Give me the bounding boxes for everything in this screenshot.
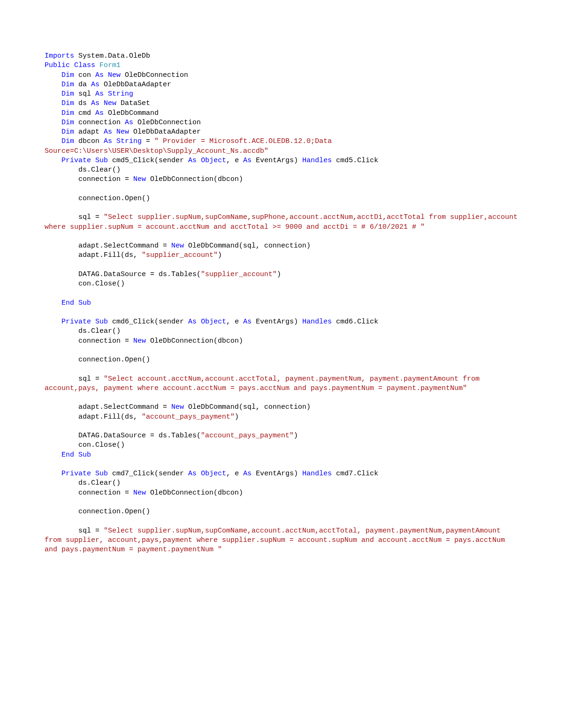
code-token: DATAG.DataSource = ds.Tables( (45, 432, 201, 440)
code-token (197, 318, 201, 326)
code-token: New (104, 99, 116, 107)
code-token: Private (61, 157, 91, 165)
code-token: New (108, 71, 121, 79)
code-token: adapt.Fill(ds, (45, 251, 142, 259)
code-token: New (116, 128, 129, 136)
code-listing: Imports System.Data.OleDb Public Class F… (45, 52, 518, 555)
code-token (45, 470, 61, 478)
code-token: Private (61, 318, 91, 326)
code-token: Dim (61, 81, 74, 89)
code-token: "account_pays_payment" (142, 413, 235, 421)
code-token (104, 90, 108, 98)
code-token: New (133, 175, 146, 183)
code-token: DATAG.DataSource = ds.Tables( (45, 270, 201, 278)
code-token: As (104, 137, 112, 145)
code-token: con.Close() (45, 280, 125, 288)
code-token (45, 137, 61, 145)
code-token: As (243, 470, 251, 478)
code-token: New (171, 242, 184, 250)
code-token: As (95, 109, 104, 117)
code-token (45, 99, 61, 107)
code-token: OleDbCommand(sql, connection) (184, 242, 311, 250)
code-token: adapt.SelectCommand = (45, 403, 171, 411)
code-token (91, 318, 95, 326)
code-token: OleDbConnection(dbcon) (146, 489, 243, 497)
code-token: Class (74, 61, 95, 69)
code-token (45, 90, 61, 98)
code-token (45, 299, 61, 307)
code-token: , e (226, 157, 243, 165)
code-token: cmd (74, 109, 95, 117)
code-token: ds.Clear() (45, 327, 121, 335)
code-token: OleDbDataAdapter (99, 81, 171, 89)
code-token: sql = (45, 213, 104, 221)
code-token: con.Close() (45, 441, 125, 449)
code-token: cmd7.Click (332, 470, 378, 478)
code-token: "Select supplier.supNum,supComName,supPh… (45, 213, 522, 231)
code-token: As (91, 99, 99, 107)
code-token: dbcon (74, 137, 104, 145)
code-token (104, 71, 108, 79)
code-token: Sub (78, 299, 91, 307)
code-token: ds (74, 99, 91, 107)
code-token (70, 61, 74, 69)
code-token: Sub (95, 157, 108, 165)
code-token (112, 128, 116, 136)
code-token: Dim (61, 137, 74, 145)
code-token: cmd5_Click(sender (108, 157, 188, 165)
code-token (45, 157, 61, 165)
code-token: OleDbCommand (104, 109, 159, 117)
code-token: connection.Open() (45, 508, 150, 516)
code-token: String (116, 137, 142, 145)
code-token: connection.Open() (45, 195, 150, 203)
code-token: da (74, 81, 91, 89)
code-token: DataSet (116, 99, 150, 107)
code-token: Object (201, 318, 226, 326)
code-token (74, 451, 78, 459)
code-token: New (171, 403, 184, 411)
code-token: As (95, 90, 104, 98)
code-token: As (243, 157, 251, 165)
code-token: "account_pays_payment" (201, 432, 294, 440)
code-token: Dim (61, 119, 74, 127)
code-token (99, 99, 104, 107)
code-token: Dim (61, 128, 74, 136)
code-token: As (91, 81, 99, 89)
code-token: As (104, 128, 112, 136)
code-token (45, 119, 61, 127)
code-token: Form1 (99, 61, 121, 69)
code-token: ) (294, 432, 298, 440)
code-token: , e (226, 470, 243, 478)
code-token: con (74, 71, 95, 79)
code-token: OleDbConnection (133, 119, 201, 127)
code-token: Sub (78, 451, 91, 459)
code-token: ) (235, 413, 239, 421)
code-token: New (133, 337, 146, 345)
code-token: EventArgs) (251, 318, 302, 326)
code-token: End (61, 451, 74, 459)
code-token: sql = (45, 375, 104, 383)
code-token: As (95, 71, 104, 79)
code-token: adapt.Fill(ds, (45, 413, 142, 421)
code-token: "Select supplier.supNum,supComName,accou… (45, 527, 509, 554)
code-token: Object (201, 470, 226, 478)
code-token: OleDbConnection (121, 71, 188, 79)
code-token (45, 451, 61, 459)
code-token: Dim (61, 90, 74, 98)
code-token: OleDbConnection(dbcon) (146, 175, 243, 183)
code-token: Object (201, 157, 226, 165)
code-token: ) (277, 270, 281, 278)
code-token: connection = (45, 337, 133, 345)
code-token: connection (74, 119, 125, 127)
code-token (91, 157, 95, 165)
code-token: Sub (95, 318, 108, 326)
code-token: EventArgs) (251, 470, 302, 478)
code-token: String (108, 90, 133, 98)
code-token: As (188, 470, 197, 478)
code-token: EventArgs) (251, 157, 302, 165)
code-token: Sub (95, 470, 108, 478)
code-token: As (243, 318, 251, 326)
code-token (95, 61, 99, 69)
code-token: , e (226, 318, 243, 326)
code-token: Dim (61, 71, 74, 79)
